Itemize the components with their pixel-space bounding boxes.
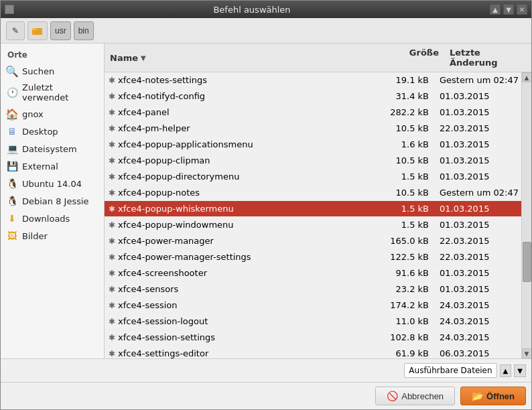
file-size-cell: 10.5 kB	[381, 122, 434, 135]
file-name-cell: ✱xfce4-session-settings	[105, 331, 381, 344]
file-date-cell: 24.03.2015	[434, 315, 521, 328]
file-name: xfce4-power-manager	[118, 236, 214, 246]
table-row[interactable]: ✱xfce4-notes-settings19.1 kBGestern um 0…	[105, 72, 521, 88]
table-row[interactable]: ✱xfce4-screenshooter91.6 kB01.03.2015	[105, 265, 521, 281]
open-button[interactable]: 📂 Öffnen	[460, 387, 526, 405]
filter-select[interactable]: Ausführbare Dateien	[404, 363, 496, 378]
file-name-cell: ✱xfce4-power-manager-settings	[105, 251, 381, 263]
table-row[interactable]: ✱xfce4-popup-whiskermenu1.5 kB01.03.2015	[105, 201, 521, 217]
scrollbar-thumb[interactable]	[523, 242, 531, 282]
file-name: xfce4-pm-helper	[118, 123, 190, 133]
table-row[interactable]: ✱xfce4-popup-notes10.5 kBGestern um 02:4…	[105, 185, 521, 201]
file-date-cell: 01.03.2015	[434, 267, 521, 279]
table-row[interactable]: ✱xfce4-pm-helper10.5 kB22.03.2015	[105, 121, 521, 137]
file-size-cell: 1.6 kB	[381, 138, 434, 151]
home-icon: 🏠	[6, 108, 18, 120]
file-name: xfce4-popup-directorymenu	[118, 172, 239, 182]
scrollbar-track[interactable]	[522, 82, 531, 348]
file-type-icon: ✱	[109, 333, 115, 342]
maximize-button[interactable]: ▼	[503, 4, 514, 15]
search-icon: 🔍	[6, 65, 18, 77]
table-row[interactable]: ✱xfce4-panel282.2 kB01.03.2015	[105, 105, 521, 121]
file-name: xfce4-settings-editor	[118, 348, 208, 358]
file-size-cell: 91.6 kB	[381, 267, 434, 279]
folder-button[interactable]	[27, 21, 48, 40]
sidebar-item-gnox[interactable]: 🏠 gnox	[1, 105, 104, 123]
sidebar-item-zuletzt[interactable]: 🕐 Zuletzt verwendet	[1, 80, 104, 105]
sidebar-item-suchen[interactable]: 🔍 Suchen	[1, 62, 104, 80]
file-size-cell: 165.0 kB	[381, 234, 434, 247]
file-size-cell: 122.5 kB	[381, 251, 434, 263]
recent-icon: 🕐	[6, 86, 18, 98]
table-row[interactable]: ✱xfce4-settings-editor61.9 kB06.03.2015	[105, 346, 521, 358]
file-name: xfce4-popup-windowmenu	[118, 220, 233, 230]
sidebar-item-bilder[interactable]: 🖼 Bilder	[1, 227, 104, 245]
table-row[interactable]: ✱xfce4-popup-applicationsmenu1.6 kB01.03…	[105, 137, 521, 153]
scroll-up-arrow[interactable]: ▲	[522, 72, 532, 82]
file-name-cell: ✱xfce4-popup-whiskermenu	[105, 202, 381, 215]
minimize-button[interactable]: ▲	[490, 4, 501, 15]
filter-dropdown: Ausführbare Dateien ▲ ▼	[404, 363, 526, 378]
table-row[interactable]: ✱xfce4-session-settings102.8 kB24.03.201…	[105, 330, 521, 346]
file-type-icon: ✱	[109, 156, 115, 165]
file-name: xfce4-screenshooter	[118, 268, 207, 278]
sidebar-item-dateisystem[interactable]: 💻 Dateisystem	[1, 140, 104, 157]
file-name-cell: ✱xfce4-sensors	[105, 283, 381, 295]
table-row[interactable]: ✱xfce4-popup-directorymenu1.5 kB01.03.20…	[105, 169, 521, 185]
table-row[interactable]: ✱xfce4-session174.2 kB24.03.2015	[105, 297, 521, 314]
file-date-cell: 01.03.2015	[434, 138, 521, 151]
filter-arrow-down[interactable]: ▼	[514, 364, 526, 377]
scroll-down-arrow[interactable]: ▼	[522, 348, 532, 358]
file-date-cell: 01.03.2015	[434, 283, 521, 295]
table-row[interactable]: ✱xfce4-sensors23.2 kB01.03.2015	[105, 281, 521, 297]
table-row[interactable]: ✱xfce4-popup-clipman10.5 kB01.03.2015	[105, 153, 521, 169]
file-name-cell: ✱xfce4-popup-clipman	[105, 154, 381, 167]
file-type-icon: ✱	[109, 317, 115, 326]
table-row[interactable]: ✱xfce4-power-manager165.0 kB22.03.2015	[105, 233, 521, 249]
usr-breadcrumb[interactable]: usr	[50, 21, 71, 40]
close-button[interactable]: ✕	[517, 4, 527, 15]
sidebar-item-debian[interactable]: 🐧 Debian 8 Jessie	[1, 192, 104, 210]
sort-arrow-icon: ▼	[141, 54, 146, 62]
file-size-cell: 61.9 kB	[381, 347, 434, 358]
file-size-cell: 23.2 kB	[381, 283, 434, 295]
table-row[interactable]: ✱xfce4-popup-windowmenu1.5 kB01.03.2015	[105, 217, 521, 233]
file-date-cell: 22.03.2015	[434, 122, 521, 135]
file-name: xfce4-session-settings	[118, 332, 215, 342]
file-name: xfce4-power-manager-settings	[118, 252, 251, 262]
file-name-cell: ✱xfce4-popup-notes	[105, 186, 381, 199]
external-icon: 💾	[6, 160, 18, 172]
filter-arrow-up[interactable]: ▲	[500, 364, 512, 377]
table-row[interactable]: ✱xfce4-notifyd-config31.4 kB01.03.2015	[105, 88, 521, 105]
cancel-button[interactable]: 🚫 Abbrechen	[375, 387, 455, 405]
col-name-header[interactable]: Name ▼	[105, 46, 391, 70]
file-name-cell: ✱xfce4-popup-applicationsmenu	[105, 138, 381, 151]
col-size-header[interactable]: Größe	[391, 46, 444, 70]
sidebar-item-desktop[interactable]: 🖥 Desktop	[1, 123, 104, 140]
file-name: xfce4-panel	[118, 107, 169, 117]
sidebar-item-external[interactable]: 💾 External	[1, 157, 104, 175]
bin-breadcrumb[interactable]: bin	[74, 21, 94, 40]
scrollbar[interactable]: ▲ ▼	[521, 72, 531, 358]
sidebar-item-ubuntu[interactable]: 🐧 Ubuntu 14.04	[1, 175, 104, 192]
titlebar-left	[5, 5, 14, 14]
file-name-cell: ✱xfce4-session-logout	[105, 315, 381, 328]
downloads-icon: ⬇	[6, 212, 18, 224]
sidebar-item-downloads[interactable]: ⬇ Downloads	[1, 210, 104, 227]
file-name: xfce4-notifyd-config	[118, 91, 205, 101]
file-type-icon: ✱	[109, 140, 115, 149]
bilder-icon: 🖼	[6, 230, 18, 242]
table-row[interactable]: ✱xfce4-session-logout11.0 kB24.03.2015	[105, 314, 521, 330]
file-type-icon: ✱	[109, 285, 115, 294]
file-date-cell: 01.03.2015	[434, 154, 521, 167]
file-type-icon: ✱	[109, 253, 115, 262]
file-type-icon: ✱	[109, 108, 115, 117]
file-date-cell: Gestern um 02:47	[434, 186, 521, 199]
table-row[interactable]: ✱xfce4-power-manager-settings122.5 kB22.…	[105, 249, 521, 265]
col-date-header[interactable]: Letzte Änderung	[444, 46, 531, 70]
file-name-cell: ✱xfce4-settings-editor	[105, 347, 381, 358]
file-type-icon: ✱	[109, 172, 115, 182]
edit-button[interactable]: ✎	[6, 21, 25, 40]
file-name-cell: ✱xfce4-screenshooter	[105, 267, 381, 279]
file-type-icon: ✱	[109, 236, 115, 246]
